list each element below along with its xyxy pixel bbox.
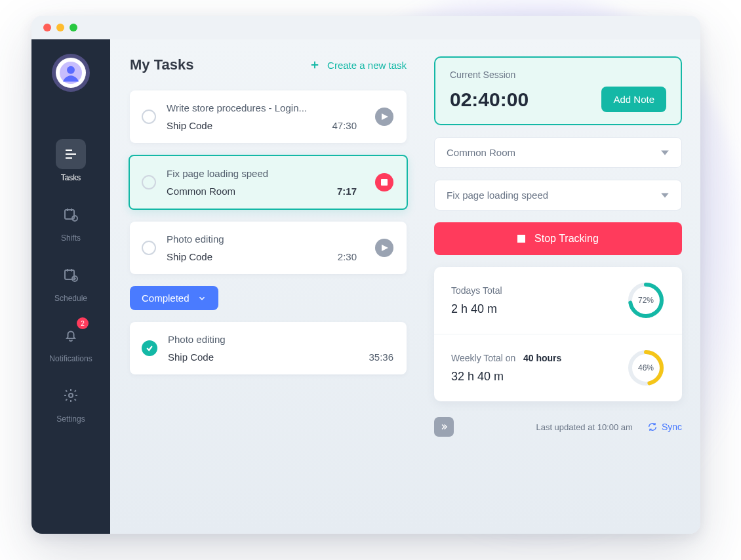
svg-point-1 bbox=[67, 66, 75, 74]
task-project: Ship Code bbox=[167, 251, 212, 262]
task-card[interactable]: Photo editing Ship Code 2:30 bbox=[130, 222, 407, 274]
task-title: Write store procedures - Login... bbox=[167, 102, 357, 113]
titlebar bbox=[31, 16, 700, 39]
last-updated: Last updated at 10:00 am bbox=[536, 422, 632, 432]
totals-panel: Todays Total 2 h 40 m 72% bbox=[434, 267, 682, 401]
task-card[interactable]: Write store procedures - Login... Ship C… bbox=[130, 90, 407, 143]
weekly-progress-ring: 46% bbox=[627, 349, 665, 387]
task-time: 47:30 bbox=[332, 120, 357, 131]
sync-label: Sync bbox=[662, 422, 682, 432]
chevrons-right-icon bbox=[439, 422, 449, 431]
task-title: Fix page loading speed bbox=[167, 168, 357, 179]
task-card-active[interactable]: Fix page loading speed Common Room 7:17 bbox=[129, 155, 408, 210]
stop-icon bbox=[517, 235, 525, 243]
weekly-total-label: Weekly Total on 40 hours bbox=[451, 353, 561, 363]
sidebar: Tasks Shifts bbox=[31, 39, 110, 534]
play-button[interactable] bbox=[375, 239, 393, 257]
session-time: 02:40:00 bbox=[450, 89, 529, 111]
sync-icon bbox=[647, 422, 658, 432]
plus-icon bbox=[309, 59, 321, 71]
completed-label: Completed bbox=[142, 292, 190, 304]
svg-rect-17 bbox=[517, 235, 525, 243]
session-label: Current Session bbox=[450, 70, 666, 80]
play-button[interactable] bbox=[375, 108, 393, 126]
sidebar-item-schedule[interactable]: Schedule bbox=[54, 260, 87, 303]
today-progress-pct: 72% bbox=[627, 281, 665, 319]
task-select-value: Fix page loading speed bbox=[447, 190, 548, 201]
task-title: Photo editing bbox=[168, 334, 393, 345]
minimize-window-icon[interactable] bbox=[56, 24, 64, 31]
shifts-icon bbox=[63, 207, 79, 222]
task-complete-toggle[interactable] bbox=[142, 175, 156, 190]
weekly-total-value: 32 h 40 m bbox=[451, 370, 561, 384]
today-progress-ring: 72% bbox=[627, 281, 665, 319]
add-note-button[interactable]: Add Note bbox=[601, 87, 666, 112]
tasks-icon bbox=[63, 146, 79, 162]
window-body: Tasks Shifts bbox=[31, 39, 700, 534]
footer: Last updated at 10:00 am Sync bbox=[434, 413, 682, 437]
project-select-value: Common Room bbox=[447, 147, 515, 158]
sidebar-item-settings[interactable]: Settings bbox=[56, 380, 86, 424]
task-project: Common Room bbox=[167, 186, 235, 197]
stop-button[interactable] bbox=[375, 173, 393, 191]
play-icon bbox=[382, 113, 388, 120]
completed-toggle[interactable]: Completed bbox=[130, 286, 218, 310]
stop-tracking-button[interactable]: Stop Tracking bbox=[434, 222, 682, 255]
notification-badge: 2 bbox=[77, 317, 89, 329]
task-complete-check[interactable] bbox=[142, 340, 157, 356]
task-card-completed[interactable]: Photo editing Ship Code 35:36 bbox=[130, 322, 407, 374]
today-total-row: Todays Total 2 h 40 m 72% bbox=[434, 267, 682, 334]
today-total-label: Todays Total bbox=[451, 285, 502, 296]
weekly-progress-pct: 46% bbox=[627, 349, 665, 387]
schedule-icon bbox=[63, 267, 79, 283]
sidebar-item-notifications[interactable]: 2 Notifications bbox=[49, 320, 92, 363]
check-icon bbox=[146, 344, 153, 352]
gear-icon bbox=[63, 388, 79, 403]
svg-rect-16 bbox=[381, 179, 388, 186]
task-title: Photo editing bbox=[167, 233, 357, 245]
play-icon bbox=[382, 245, 388, 251]
sidebar-item-label: Schedule bbox=[54, 294, 87, 303]
tasks-column: My Tasks Create a new task Write store p… bbox=[110, 39, 425, 534]
task-time: 35:36 bbox=[369, 351, 393, 363]
task-time: 7:17 bbox=[337, 186, 357, 197]
task-project: Ship Code bbox=[167, 120, 212, 131]
stop-tracking-label: Stop Tracking bbox=[534, 233, 599, 245]
sidebar-item-label: Shifts bbox=[61, 233, 81, 243]
svg-point-13 bbox=[69, 393, 73, 397]
app-window: Tasks Shifts bbox=[31, 16, 700, 534]
chevron-down-icon bbox=[660, 148, 670, 157]
avatar[interactable] bbox=[56, 58, 86, 88]
chevron-down-icon bbox=[197, 294, 207, 303]
current-session-box: Current Session 02:40:00 Add Note bbox=[434, 56, 682, 125]
avatar-icon bbox=[60, 62, 82, 84]
sidebar-item-tasks[interactable]: Tasks bbox=[56, 139, 86, 182]
bell-icon bbox=[63, 327, 79, 343]
page-title: My Tasks bbox=[130, 56, 193, 73]
task-complete-toggle[interactable] bbox=[142, 110, 156, 124]
tracker-column: Current Session 02:40:00 Add Note Common… bbox=[425, 39, 700, 534]
task-time: 2:30 bbox=[338, 251, 357, 262]
task-complete-toggle[interactable] bbox=[142, 241, 156, 255]
maximize-window-icon[interactable] bbox=[70, 24, 77, 31]
stop-icon bbox=[381, 179, 388, 186]
sidebar-item-label: Tasks bbox=[61, 173, 81, 182]
create-task-button[interactable]: Create a new task bbox=[309, 59, 407, 71]
collapse-button[interactable] bbox=[434, 417, 454, 437]
task-select[interactable]: Fix page loading speed bbox=[434, 180, 682, 210]
create-task-label: Create a new task bbox=[327, 60, 407, 71]
sidebar-item-shifts[interactable]: Shifts bbox=[56, 199, 86, 243]
chevron-down-icon bbox=[660, 191, 670, 200]
task-project: Ship Code bbox=[168, 351, 214, 363]
sync-button[interactable]: Sync bbox=[647, 422, 682, 432]
sidebar-item-label: Settings bbox=[56, 414, 85, 424]
close-window-icon[interactable] bbox=[43, 24, 51, 31]
weekly-total-row: Weekly Total on 40 hours 32 h 40 m 46% bbox=[434, 334, 682, 401]
today-total-value: 2 h 40 m bbox=[451, 302, 502, 316]
sidebar-item-label: Notifications bbox=[49, 354, 92, 363]
content: My Tasks Create a new task Write store p… bbox=[110, 39, 700, 534]
project-select[interactable]: Common Room bbox=[434, 137, 682, 168]
